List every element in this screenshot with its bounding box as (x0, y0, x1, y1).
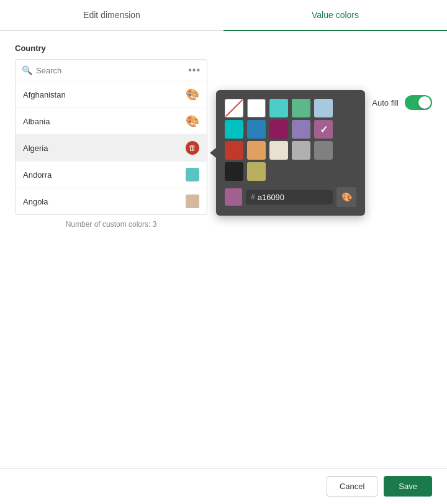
color-palette-icon[interactable]: 🎨 (186, 114, 199, 128)
list-item[interactable]: Angola (16, 188, 207, 214)
color-grid (225, 99, 356, 181)
country-name: Andorra (23, 170, 52, 180)
swatch-none[interactable] (225, 99, 243, 117)
swatch-teal-light[interactable] (269, 99, 288, 117)
color-swatch-icon[interactable] (186, 195, 199, 208)
swatch-gray-light[interactable] (292, 141, 310, 160)
list-item[interactable]: Andorra (16, 162, 207, 188)
country-name: Albania (23, 117, 50, 126)
swatch-blue-light[interactable] (314, 99, 333, 117)
toggle-knob (418, 96, 431, 109)
footer-bar: Cancel Save (0, 468, 447, 504)
hex-input-wrap: # (246, 190, 333, 204)
country-name: Algeria (23, 144, 48, 153)
hex-preview (225, 188, 242, 206)
custom-colors-note: Number of custom colors: 3 (15, 220, 207, 229)
search-input[interactable] (36, 66, 184, 75)
swatch-maroon[interactable] (269, 120, 288, 139)
save-button[interactable]: Save (384, 476, 432, 497)
swatch-blue-mid[interactable] (247, 120, 266, 139)
search-icon: 🔍 (22, 65, 32, 75)
delete-icon[interactable]: 🗑 (186, 141, 199, 155)
autofill-toggle[interactable] (405, 95, 432, 110)
color-palette-icon[interactable]: 🎨 (186, 88, 199, 101)
country-name: Angola (23, 197, 48, 206)
more-button[interactable]: ••• (188, 65, 201, 76)
country-label: Country (15, 44, 432, 53)
swatch-purple[interactable] (292, 120, 310, 139)
search-row: 🔍 ••• (16, 60, 207, 81)
swatch-red[interactable] (225, 141, 243, 160)
swatch-orange[interactable] (247, 141, 266, 160)
color-swatch-icon[interactable] (186, 168, 199, 181)
hex-row: # 🎨 (225, 187, 356, 207)
hex-hash: # (251, 193, 255, 201)
color-picker-popup: # 🎨 (216, 90, 365, 216)
list-item[interactable]: Afghanistan 🎨 (16, 81, 207, 108)
swatch-teal-bright[interactable] (225, 120, 243, 139)
country-name: Afghanistan (23, 90, 66, 99)
swatch-beige[interactable] (269, 141, 288, 160)
autofill-label: Auto fill (372, 98, 399, 108)
autofill-row: Auto fill (372, 95, 432, 110)
swatch-khaki[interactable] (247, 162, 266, 181)
list-item[interactable]: Algeria 🗑 (16, 135, 207, 162)
advanced-palette-button[interactable]: 🎨 (336, 187, 356, 207)
cancel-button[interactable]: Cancel (327, 476, 377, 497)
swatch-empty1 (336, 99, 355, 117)
picker-arrow (210, 148, 216, 158)
tab-edit-dimension[interactable]: Edit dimension (0, 0, 224, 31)
main-content: Country 🔍 ••• Afghanistan 🎨 Albania 🎨 Al… (0, 31, 447, 504)
swatch-empty3 (336, 141, 355, 160)
swatch-black[interactable] (225, 162, 243, 181)
tab-value-colors[interactable]: Value colors (224, 0, 447, 31)
country-list: 🔍 ••• Afghanistan 🎨 Albania 🎨 Algeria 🗑 … (15, 59, 207, 215)
hex-input[interactable] (258, 193, 301, 202)
palette-icon: 🎨 (341, 192, 352, 202)
tab-bar: Edit dimension Value colors (0, 0, 447, 31)
list-item[interactable]: Albania 🎨 (16, 108, 207, 135)
swatch-green-mid[interactable] (292, 99, 310, 117)
swatch-empty2 (336, 120, 355, 139)
swatch-selected-purple[interactable] (314, 120, 333, 139)
swatch-white[interactable] (247, 99, 266, 117)
swatch-gray-mid[interactable] (314, 141, 333, 160)
